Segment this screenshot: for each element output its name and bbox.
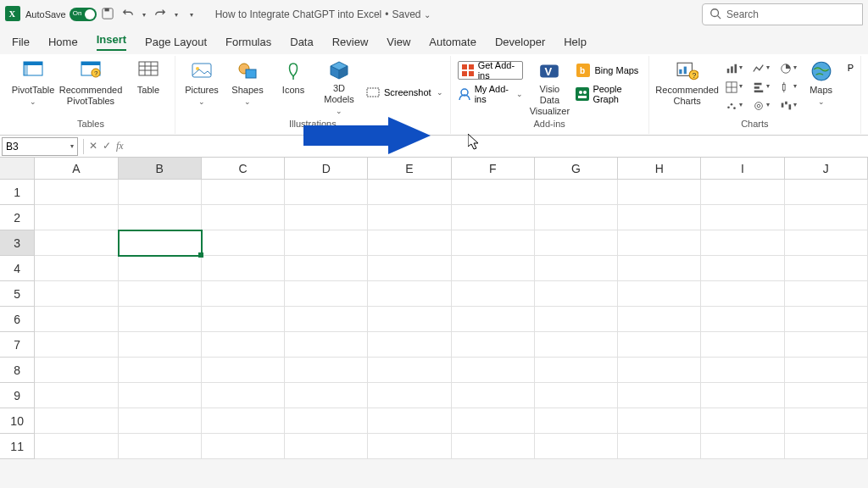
surface-chart-icon[interactable]: ▾: [753, 98, 768, 114]
autosave-toggle[interactable]: On: [70, 8, 97, 21]
undo-dropdown-icon[interactable]: ▾: [142, 11, 146, 19]
cell[interactable]: [452, 408, 535, 434]
my-addins-button[interactable]: My Add-ins ⌄: [458, 85, 524, 103]
cell[interactable]: [701, 358, 784, 383]
cancel-formula-icon[interactable]: ✕: [89, 140, 97, 152]
cell[interactable]: [368, 281, 451, 307]
cell[interactable]: [202, 307, 285, 332]
cell[interactable]: [35, 180, 118, 205]
cell[interactable]: [535, 383, 618, 408]
cell[interactable]: [285, 180, 368, 205]
redo-dropdown-icon[interactable]: ▾: [175, 11, 178, 19]
cell[interactable]: [368, 205, 451, 230]
cell[interactable]: [785, 205, 868, 230]
cell[interactable]: [452, 383, 535, 408]
menu-review[interactable]: Review: [332, 36, 369, 48]
pivotchart-button-partial[interactable]: P: [848, 58, 854, 73]
cell[interactable]: [535, 332, 618, 358]
cell[interactable]: [35, 434, 118, 459]
cell[interactable]: [119, 281, 202, 307]
cell[interactable]: [452, 230, 535, 256]
pivottable-button[interactable]: PivotTable⌄: [14, 58, 53, 117]
column-chart-icon[interactable]: ▾: [726, 61, 741, 76]
cell[interactable]: [785, 332, 868, 358]
doc-title-chevron-icon[interactable]: ⌄: [424, 10, 431, 19]
cell[interactable]: [35, 307, 118, 332]
cell[interactable]: [701, 230, 784, 256]
undo-icon[interactable]: [122, 8, 134, 22]
icons-button[interactable]: Icons: [274, 58, 313, 117]
cell[interactable]: [285, 408, 368, 434]
cell[interactable]: [535, 230, 618, 256]
cell[interactable]: [701, 281, 784, 307]
row-header[interactable]: 11: [0, 434, 35, 459]
cell[interactable]: [285, 434, 368, 459]
cell[interactable]: [202, 281, 285, 307]
column-header[interactable]: C: [202, 158, 285, 179]
menu-file[interactable]: File: [12, 36, 30, 48]
cell[interactable]: [535, 205, 618, 230]
cell[interactable]: [202, 434, 285, 459]
pictures-button[interactable]: Pictures⌄: [182, 58, 221, 117]
menu-page-layout[interactable]: Page Layout: [145, 36, 207, 48]
formula-bar-input[interactable]: [124, 137, 868, 156]
row-header[interactable]: 1: [0, 180, 35, 205]
cell[interactable]: [701, 256, 784, 281]
cell[interactable]: [202, 256, 285, 281]
name-box-dropdown-icon[interactable]: ▾: [70, 142, 74, 150]
row-header[interactable]: 7: [0, 332, 35, 358]
save-icon[interactable]: [102, 8, 114, 22]
cell[interactable]: [701, 383, 784, 408]
recommended-pivottables-button[interactable]: ? RecommendedPivotTables: [59, 58, 122, 117]
cell[interactable]: [202, 358, 285, 383]
cell[interactable]: [119, 408, 202, 434]
cell[interactable]: [618, 383, 701, 408]
cell[interactable]: [119, 230, 202, 256]
row-header[interactable]: 4: [0, 256, 35, 281]
column-header[interactable]: F: [452, 158, 535, 179]
enter-formula-icon[interactable]: ✓: [103, 140, 111, 152]
cell[interactable]: [35, 383, 118, 408]
column-header[interactable]: J: [785, 158, 868, 179]
cell[interactable]: [368, 358, 451, 383]
cell[interactable]: [35, 205, 118, 230]
cell[interactable]: [785, 434, 868, 459]
cell[interactable]: [35, 332, 118, 358]
menu-help[interactable]: Help: [564, 36, 587, 48]
column-header[interactable]: B: [119, 158, 202, 179]
cell[interactable]: [119, 307, 202, 332]
cell[interactable]: [701, 307, 784, 332]
treemap-icon[interactable]: ▾: [726, 80, 741, 95]
cell[interactable]: [618, 434, 701, 459]
cell[interactable]: [618, 358, 701, 383]
column-header[interactable]: I: [701, 158, 784, 179]
cell[interactable]: [452, 434, 535, 459]
cell[interactable]: [368, 408, 451, 434]
menu-data[interactable]: Data: [290, 36, 313, 48]
cell[interactable]: [618, 332, 701, 358]
shapes-button[interactable]: Shapes⌄: [228, 58, 267, 117]
cell[interactable]: [535, 358, 618, 383]
cell[interactable]: [452, 256, 535, 281]
cell[interactable]: [618, 230, 701, 256]
cell[interactable]: [368, 230, 451, 256]
cell[interactable]: [701, 205, 784, 230]
cell[interactable]: [202, 205, 285, 230]
bar-chart-icon[interactable]: ▾: [753, 80, 768, 95]
cell[interactable]: [35, 408, 118, 434]
cell[interactable]: [368, 332, 451, 358]
menu-automate[interactable]: Automate: [429, 36, 476, 48]
cell[interactable]: [618, 256, 701, 281]
insert-function-icon[interactable]: fx: [116, 140, 124, 152]
menu-home[interactable]: Home: [48, 36, 78, 48]
cell[interactable]: [618, 307, 701, 332]
cell[interactable]: [701, 408, 784, 434]
row-header[interactable]: 2: [0, 205, 35, 230]
row-header[interactable]: 10: [0, 408, 35, 434]
cell[interactable]: [618, 281, 701, 307]
cell[interactable]: [202, 383, 285, 408]
column-header[interactable]: E: [368, 158, 451, 179]
cell[interactable]: [785, 256, 868, 281]
menu-formulas[interactable]: Formulas: [225, 36, 271, 48]
cell[interactable]: [119, 383, 202, 408]
